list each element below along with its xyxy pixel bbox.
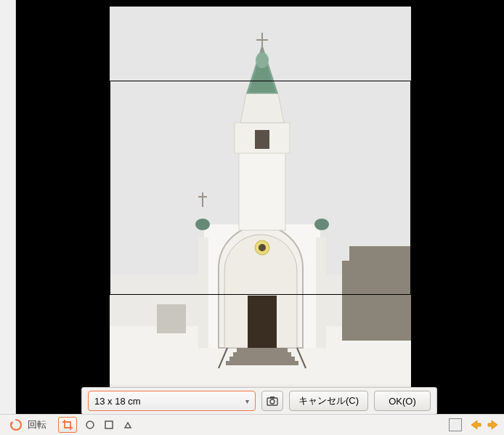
tool-icon-2[interactable] xyxy=(84,419,96,431)
ok-label: OK(O) xyxy=(389,396,416,407)
crop-toolbar: 13 x 18 cm ▾ キャンセル(C) OK(O) xyxy=(81,387,437,415)
svg-rect-5 xyxy=(157,304,186,333)
cancel-button[interactable]: キャンセル(C) xyxy=(289,391,368,411)
svg-rect-15 xyxy=(233,352,291,357)
svg-rect-20 xyxy=(239,150,285,230)
svg-rect-14 xyxy=(237,348,288,352)
left-sidebar xyxy=(0,0,16,414)
svg-marker-23 xyxy=(240,94,284,123)
chevron-down-icon: ▾ xyxy=(245,397,249,405)
arrow-right-icon xyxy=(487,419,500,431)
arrow-left-icon xyxy=(469,419,482,431)
svg-point-32 xyxy=(270,399,275,404)
crop-orientation-button[interactable] xyxy=(261,391,283,411)
svg-rect-22 xyxy=(255,130,269,149)
svg-rect-10 xyxy=(198,237,208,348)
crop-tool-button[interactable] xyxy=(58,417,77,433)
image-work-area xyxy=(16,0,504,414)
svg-rect-3 xyxy=(349,246,411,341)
svg-rect-7 xyxy=(248,296,277,348)
svg-rect-33 xyxy=(270,397,275,399)
svg-rect-17 xyxy=(226,361,298,365)
image-canvas[interactable] xyxy=(110,7,411,407)
tool-group xyxy=(58,417,134,433)
svg-point-26 xyxy=(256,52,269,68)
svg-rect-16 xyxy=(229,357,295,361)
image-content xyxy=(110,7,411,407)
next-image-button[interactable] xyxy=(485,418,501,432)
rotate-label: 回転 xyxy=(28,418,46,431)
tool-icon-3[interactable] xyxy=(103,419,115,431)
crop-size-value: 13 x 18 cm xyxy=(94,396,141,407)
cancel-label: キャンセル(C) xyxy=(298,394,359,407)
svg-point-12 xyxy=(195,219,210,230)
ok-button[interactable]: OK(O) xyxy=(374,391,431,411)
person-icon[interactable] xyxy=(449,418,462,431)
svg-rect-36 xyxy=(105,421,113,428)
rotate-icon[interactable] xyxy=(9,418,23,432)
tool-icon-4[interactable] xyxy=(122,419,134,431)
bottom-toolbar: 回転 xyxy=(0,414,504,435)
svg-point-9 xyxy=(259,244,266,251)
crop-size-select[interactable]: 13 x 18 cm ▾ xyxy=(88,391,256,411)
camera-orient-icon xyxy=(266,395,279,407)
prev-image-button[interactable] xyxy=(468,418,484,432)
svg-point-35 xyxy=(86,421,94,428)
svg-point-13 xyxy=(314,219,329,230)
svg-rect-11 xyxy=(316,237,326,348)
crop-icon xyxy=(62,419,73,431)
svg-rect-4 xyxy=(342,261,355,341)
